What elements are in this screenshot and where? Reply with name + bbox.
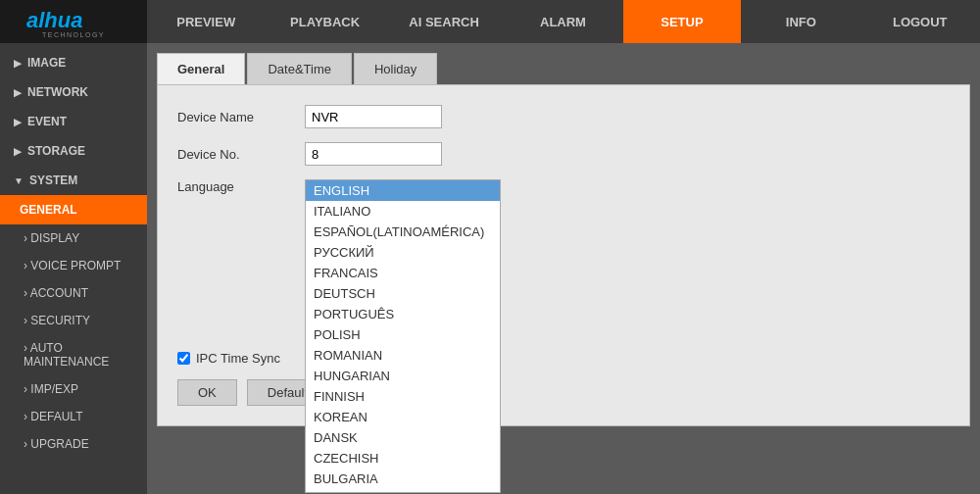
- form-area: Device Name Device No. Language ENGLISHI…: [157, 84, 970, 426]
- arrow-icon: ›: [24, 231, 27, 245]
- sidebar-item-voice-prompt[interactable]: › VOICE PROMPT: [0, 252, 147, 279]
- sidebar-item-auto-maintenance[interactable]: › AUTO MAINTENANCE: [0, 334, 147, 375]
- tab-general[interactable]: General: [157, 53, 245, 84]
- sidebar-item-label: IMAGE: [27, 56, 66, 70]
- sidebar-item-label: DISPLAY: [30, 231, 79, 245]
- arrow-icon: ▼: [14, 175, 24, 186]
- sidebar-item-account[interactable]: › ACCOUNT: [0, 279, 147, 307]
- sidebar-item-label: NETWORK: [27, 85, 88, 99]
- language-option[interactable]: DANSK: [306, 427, 500, 448]
- sidebar-item-network[interactable]: ▶ NETWORK: [0, 77, 147, 107]
- ipc-time-sync-label: IPC Time Sync: [196, 351, 280, 366]
- language-option[interactable]: РУССКИЙ: [306, 242, 500, 263]
- language-option[interactable]: POLISH: [306, 324, 500, 345]
- language-option[interactable]: CZECHISH: [306, 448, 500, 469]
- language-option[interactable]: BULGARIA: [306, 469, 500, 489]
- sidebar-item-system[interactable]: ▼ SYSTEM: [0, 166, 147, 195]
- content-tabs: General Date&Time Holiday: [157, 53, 970, 84]
- svg-text:alhua: alhua: [26, 8, 82, 32]
- nav-tab-ai-search[interactable]: AI SEARCH: [385, 0, 504, 43]
- sidebar-item-label: SECURITY: [30, 314, 90, 327]
- logo: alhua TECHNOLOGY: [0, 0, 147, 43]
- arrow-icon: ▶: [14, 146, 22, 157]
- arrow-icon: ›: [24, 382, 27, 396]
- language-option[interactable]: HUNGARIAN: [306, 366, 500, 386]
- sidebar: ▶ IMAGE ▶ NETWORK ▶ EVENT ▶ STORAGE ▼ SY…: [0, 43, 147, 494]
- ipc-time-sync-checkbox[interactable]: [177, 352, 190, 365]
- nav-tabs: PREVIEW PLAYBACK AI SEARCH ALARM SETUP I…: [147, 0, 980, 43]
- language-dropdown[interactable]: ENGLISHITALIANOESPAÑOL(LATINOAMÉRICA)РУС…: [305, 179, 501, 493]
- sidebar-item-imp-exp[interactable]: › IMP/EXP: [0, 375, 147, 403]
- language-option[interactable]: Slovenia: [306, 489, 500, 493]
- sidebar-item-label: STORAGE: [27, 144, 85, 158]
- nav-tab-info[interactable]: INFO: [742, 0, 860, 43]
- device-no-row: Device No.: [177, 142, 950, 166]
- sidebar-item-label: ACCOUNT: [30, 286, 88, 300]
- brand-sub: TECHNOLOGY: [42, 31, 105, 38]
- device-name-row: Device Name: [177, 105, 950, 128]
- sidebar-item-label: UPGRADE: [30, 437, 88, 451]
- nav-tab-alarm[interactable]: ALARM: [504, 0, 622, 43]
- language-label: Language: [177, 179, 305, 194]
- ipc-time-sync-row: IPC Time Sync: [177, 351, 950, 366]
- arrow-icon: ▶: [14, 117, 22, 127]
- language-option[interactable]: ENGLISH: [306, 180, 500, 201]
- sidebar-item-label: DEFAULT: [30, 410, 82, 423]
- nav-tab-setup[interactable]: SETUP: [623, 0, 742, 43]
- arrow-icon: ›: [24, 437, 27, 451]
- device-no-input[interactable]: [305, 142, 442, 166]
- arrow-icon: ▶: [14, 58, 22, 69]
- arrow-icon: ›: [24, 341, 27, 355]
- sidebar-item-label: GENERAL: [20, 203, 77, 217]
- nav-tab-logout[interactable]: LOGOUT: [861, 0, 980, 43]
- sidebar-item-label: AUTO MAINTENANCE: [24, 341, 109, 369]
- language-option[interactable]: DEUTSCH: [306, 283, 500, 304]
- language-option[interactable]: ITALIANO: [306, 201, 500, 222]
- arrow-icon: ›: [24, 410, 27, 423]
- tab-holiday[interactable]: Holiday: [354, 53, 437, 84]
- ok-button[interactable]: OK: [177, 379, 237, 406]
- sidebar-item-label: VOICE PROMPT: [30, 259, 121, 272]
- device-no-label: Device No.: [177, 147, 305, 162]
- content-area: General Date&Time Holiday Device Name De…: [147, 43, 980, 494]
- language-option[interactable]: ROMANIAN: [306, 345, 500, 366]
- language-option[interactable]: ESPAÑOL(LATINOAMÉRICA): [306, 222, 500, 242]
- arrow-icon: ›: [24, 259, 27, 272]
- nav-tab-preview[interactable]: PREVIEW: [147, 0, 266, 43]
- arrow-icon: ›: [24, 286, 27, 300]
- sidebar-item-general[interactable]: GENERAL: [0, 195, 147, 224]
- button-row: OK Default: [177, 379, 950, 406]
- sidebar-item-label: IMP/EXP: [30, 382, 78, 396]
- sidebar-item-security[interactable]: › SECURITY: [0, 307, 147, 334]
- language-option[interactable]: FINNISH: [306, 386, 500, 407]
- sidebar-item-image[interactable]: ▶ IMAGE: [0, 48, 147, 77]
- nav-tab-playback[interactable]: PLAYBACK: [266, 0, 384, 43]
- sidebar-item-storage[interactable]: ▶ STORAGE: [0, 136, 147, 166]
- language-option[interactable]: PORTUGUÊS: [306, 304, 500, 324]
- sidebar-item-event[interactable]: ▶ EVENT: [0, 107, 147, 136]
- sidebar-item-default[interactable]: › DEFAULT: [0, 403, 147, 430]
- arrow-icon: ▶: [14, 87, 22, 98]
- device-name-label: Device Name: [177, 110, 305, 124]
- language-row: Language ENGLISHITALIANOESPAÑOL(LATINOAM…: [177, 179, 950, 194]
- tab-datetime[interactable]: Date&Time: [247, 53, 352, 84]
- language-option[interactable]: FRANCAIS: [306, 263, 500, 283]
- device-name-input[interactable]: [305, 105, 442, 128]
- sidebar-item-display[interactable]: › DISPLAY: [0, 224, 147, 252]
- arrow-icon: ›: [24, 314, 27, 327]
- sidebar-item-label: EVENT: [27, 115, 67, 128]
- sidebar-item-upgrade[interactable]: › UPGRADE: [0, 430, 147, 458]
- language-option[interactable]: KOREAN: [306, 407, 500, 427]
- sidebar-item-label: SYSTEM: [29, 173, 77, 187]
